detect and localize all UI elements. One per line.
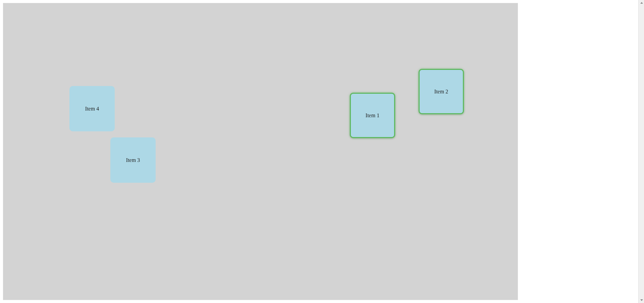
item-label: Item 3 (126, 157, 140, 163)
item-label: Item 2 (434, 89, 448, 95)
draggable-item-1[interactable]: Item 1 (350, 93, 395, 138)
scrollbar-down-button[interactable] (639, 297, 644, 303)
app-frame: Item 1 Item 2 Item 3 Item 4 (0, 0, 521, 303)
draggable-item-2[interactable]: Item 2 (419, 69, 464, 114)
vertical-scrollbar[interactable] (638, 0, 644, 303)
chevron-down-icon (640, 299, 643, 301)
chevron-up-icon (640, 2, 643, 4)
scrollbar-up-button[interactable] (639, 0, 644, 6)
draggable-item-3[interactable]: Item 3 (110, 137, 156, 183)
canvas-area[interactable]: Item 1 Item 2 Item 3 Item 4 (3, 3, 518, 300)
item-label: Item 4 (85, 106, 99, 112)
draggable-item-4[interactable]: Item 4 (69, 86, 115, 131)
item-label: Item 1 (366, 113, 379, 119)
